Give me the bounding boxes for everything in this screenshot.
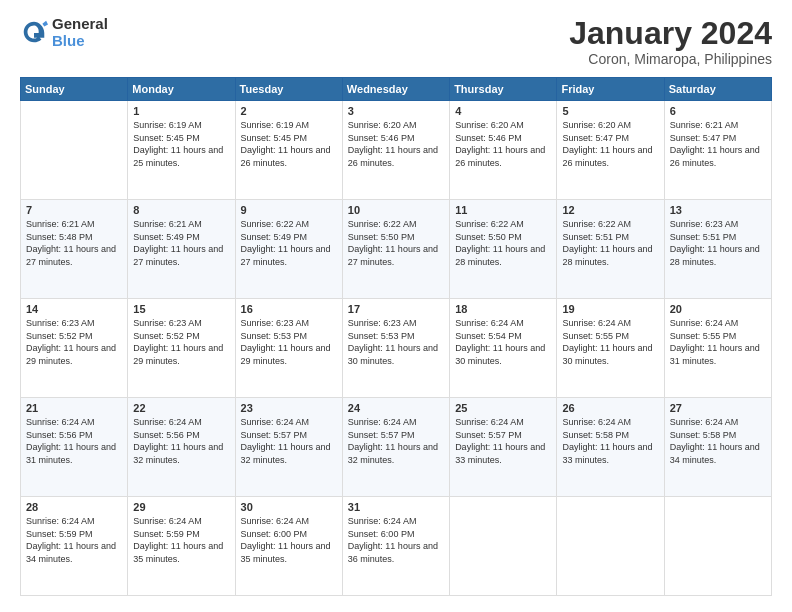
day-number: 3 bbox=[348, 105, 444, 117]
logo-text: General Blue bbox=[52, 16, 108, 49]
day-number: 30 bbox=[241, 501, 337, 513]
table-row: 30Sunrise: 6:24 AM Sunset: 6:00 PM Dayli… bbox=[235, 497, 342, 596]
day-number: 9 bbox=[241, 204, 337, 216]
day-number: 15 bbox=[133, 303, 229, 315]
cell-details: Sunrise: 6:24 AM Sunset: 5:57 PM Dayligh… bbox=[241, 416, 337, 466]
cell-details: Sunrise: 6:24 AM Sunset: 5:56 PM Dayligh… bbox=[26, 416, 122, 466]
cell-details: Sunrise: 6:24 AM Sunset: 5:54 PM Dayligh… bbox=[455, 317, 551, 367]
table-row: 10Sunrise: 6:22 AM Sunset: 5:50 PM Dayli… bbox=[342, 200, 449, 299]
table-row: 8Sunrise: 6:21 AM Sunset: 5:49 PM Daylig… bbox=[128, 200, 235, 299]
table-row: 20Sunrise: 6:24 AM Sunset: 5:55 PM Dayli… bbox=[664, 299, 771, 398]
table-row bbox=[21, 101, 128, 200]
table-row: 18Sunrise: 6:24 AM Sunset: 5:54 PM Dayli… bbox=[450, 299, 557, 398]
table-row: 25Sunrise: 6:24 AM Sunset: 5:57 PM Dayli… bbox=[450, 398, 557, 497]
cell-details: Sunrise: 6:24 AM Sunset: 6:00 PM Dayligh… bbox=[241, 515, 337, 565]
day-number: 31 bbox=[348, 501, 444, 513]
day-number: 16 bbox=[241, 303, 337, 315]
day-number: 11 bbox=[455, 204, 551, 216]
cell-details: Sunrise: 6:24 AM Sunset: 5:58 PM Dayligh… bbox=[562, 416, 658, 466]
day-number: 14 bbox=[26, 303, 122, 315]
day-number: 8 bbox=[133, 204, 229, 216]
header-thursday: Thursday bbox=[450, 78, 557, 101]
week-row-3: 21Sunrise: 6:24 AM Sunset: 5:56 PM Dayli… bbox=[21, 398, 772, 497]
table-row: 6Sunrise: 6:21 AM Sunset: 5:47 PM Daylig… bbox=[664, 101, 771, 200]
table-row: 1Sunrise: 6:19 AM Sunset: 5:45 PM Daylig… bbox=[128, 101, 235, 200]
header-saturday: Saturday bbox=[664, 78, 771, 101]
header-wednesday: Wednesday bbox=[342, 78, 449, 101]
table-row: 21Sunrise: 6:24 AM Sunset: 5:56 PM Dayli… bbox=[21, 398, 128, 497]
day-number: 17 bbox=[348, 303, 444, 315]
cell-details: Sunrise: 6:24 AM Sunset: 5:55 PM Dayligh… bbox=[670, 317, 766, 367]
table-row: 3Sunrise: 6:20 AM Sunset: 5:46 PM Daylig… bbox=[342, 101, 449, 200]
cell-details: Sunrise: 6:24 AM Sunset: 5:56 PM Dayligh… bbox=[133, 416, 229, 466]
day-number: 19 bbox=[562, 303, 658, 315]
table-row: 12Sunrise: 6:22 AM Sunset: 5:51 PM Dayli… bbox=[557, 200, 664, 299]
day-number: 26 bbox=[562, 402, 658, 414]
cell-details: Sunrise: 6:23 AM Sunset: 5:53 PM Dayligh… bbox=[241, 317, 337, 367]
table-row: 14Sunrise: 6:23 AM Sunset: 5:52 PM Dayli… bbox=[21, 299, 128, 398]
title-block: January 2024 Coron, Mimaropa, Philippine… bbox=[569, 16, 772, 67]
cell-details: Sunrise: 6:22 AM Sunset: 5:49 PM Dayligh… bbox=[241, 218, 337, 268]
header: General Blue January 2024 Coron, Mimarop… bbox=[20, 16, 772, 67]
header-sunday: Sunday bbox=[21, 78, 128, 101]
day-number: 10 bbox=[348, 204, 444, 216]
cell-details: Sunrise: 6:20 AM Sunset: 5:47 PM Dayligh… bbox=[562, 119, 658, 169]
cell-details: Sunrise: 6:21 AM Sunset: 5:47 PM Dayligh… bbox=[670, 119, 766, 169]
table-row: 31Sunrise: 6:24 AM Sunset: 6:00 PM Dayli… bbox=[342, 497, 449, 596]
week-row-4: 28Sunrise: 6:24 AM Sunset: 5:59 PM Dayli… bbox=[21, 497, 772, 596]
cell-details: Sunrise: 6:22 AM Sunset: 5:50 PM Dayligh… bbox=[455, 218, 551, 268]
day-number: 4 bbox=[455, 105, 551, 117]
cell-details: Sunrise: 6:21 AM Sunset: 5:48 PM Dayligh… bbox=[26, 218, 122, 268]
header-friday: Friday bbox=[557, 78, 664, 101]
day-number: 6 bbox=[670, 105, 766, 117]
day-number: 20 bbox=[670, 303, 766, 315]
table-row: 11Sunrise: 6:22 AM Sunset: 5:50 PM Dayli… bbox=[450, 200, 557, 299]
day-number: 23 bbox=[241, 402, 337, 414]
table-row: 4Sunrise: 6:20 AM Sunset: 5:46 PM Daylig… bbox=[450, 101, 557, 200]
table-row bbox=[664, 497, 771, 596]
cell-details: Sunrise: 6:24 AM Sunset: 5:55 PM Dayligh… bbox=[562, 317, 658, 367]
cell-details: Sunrise: 6:24 AM Sunset: 5:59 PM Dayligh… bbox=[26, 515, 122, 565]
table-row bbox=[450, 497, 557, 596]
cell-details: Sunrise: 6:24 AM Sunset: 5:58 PM Dayligh… bbox=[670, 416, 766, 466]
title-location: Coron, Mimaropa, Philippines bbox=[569, 51, 772, 67]
day-number: 1 bbox=[133, 105, 229, 117]
week-row-0: 1Sunrise: 6:19 AM Sunset: 5:45 PM Daylig… bbox=[21, 101, 772, 200]
calendar-table: Sunday Monday Tuesday Wednesday Thursday… bbox=[20, 77, 772, 596]
cell-details: Sunrise: 6:23 AM Sunset: 5:51 PM Dayligh… bbox=[670, 218, 766, 268]
table-row: 19Sunrise: 6:24 AM Sunset: 5:55 PM Dayli… bbox=[557, 299, 664, 398]
cell-details: Sunrise: 6:24 AM Sunset: 6:00 PM Dayligh… bbox=[348, 515, 444, 565]
day-number: 29 bbox=[133, 501, 229, 513]
table-row: 29Sunrise: 6:24 AM Sunset: 5:59 PM Dayli… bbox=[128, 497, 235, 596]
logo-general: General bbox=[52, 16, 108, 33]
table-row: 13Sunrise: 6:23 AM Sunset: 5:51 PM Dayli… bbox=[664, 200, 771, 299]
cell-details: Sunrise: 6:19 AM Sunset: 5:45 PM Dayligh… bbox=[241, 119, 337, 169]
day-number: 25 bbox=[455, 402, 551, 414]
cell-details: Sunrise: 6:22 AM Sunset: 5:51 PM Dayligh… bbox=[562, 218, 658, 268]
table-row: 16Sunrise: 6:23 AM Sunset: 5:53 PM Dayli… bbox=[235, 299, 342, 398]
logo: General Blue bbox=[20, 16, 108, 49]
table-row: 22Sunrise: 6:24 AM Sunset: 5:56 PM Dayli… bbox=[128, 398, 235, 497]
day-number: 7 bbox=[26, 204, 122, 216]
day-number: 5 bbox=[562, 105, 658, 117]
cell-details: Sunrise: 6:19 AM Sunset: 5:45 PM Dayligh… bbox=[133, 119, 229, 169]
table-row: 17Sunrise: 6:23 AM Sunset: 5:53 PM Dayli… bbox=[342, 299, 449, 398]
table-row: 23Sunrise: 6:24 AM Sunset: 5:57 PM Dayli… bbox=[235, 398, 342, 497]
header-tuesday: Tuesday bbox=[235, 78, 342, 101]
table-row bbox=[557, 497, 664, 596]
day-number: 28 bbox=[26, 501, 122, 513]
day-number: 18 bbox=[455, 303, 551, 315]
cell-details: Sunrise: 6:20 AM Sunset: 5:46 PM Dayligh… bbox=[348, 119, 444, 169]
title-month: January 2024 bbox=[569, 16, 772, 51]
table-row: 24Sunrise: 6:24 AM Sunset: 5:57 PM Dayli… bbox=[342, 398, 449, 497]
day-number: 27 bbox=[670, 402, 766, 414]
day-number: 22 bbox=[133, 402, 229, 414]
table-row: 9Sunrise: 6:22 AM Sunset: 5:49 PM Daylig… bbox=[235, 200, 342, 299]
page: General Blue January 2024 Coron, Mimarop… bbox=[0, 0, 792, 612]
day-number: 13 bbox=[670, 204, 766, 216]
day-number: 12 bbox=[562, 204, 658, 216]
calendar-header-row: Sunday Monday Tuesday Wednesday Thursday… bbox=[21, 78, 772, 101]
cell-details: Sunrise: 6:24 AM Sunset: 5:57 PM Dayligh… bbox=[455, 416, 551, 466]
header-monday: Monday bbox=[128, 78, 235, 101]
table-row: 27Sunrise: 6:24 AM Sunset: 5:58 PM Dayli… bbox=[664, 398, 771, 497]
